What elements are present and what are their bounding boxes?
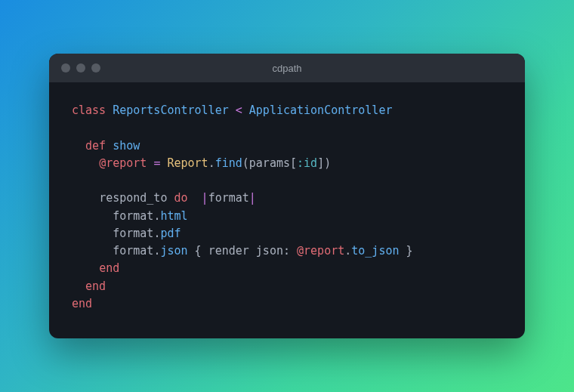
code-area[interactable]: class ReportsController < ApplicationCon…	[49, 82, 525, 338]
identifier: format	[208, 191, 249, 205]
brace-open: {	[195, 244, 202, 258]
code-line: class ReportsController < ApplicationCon…	[72, 103, 392, 117]
keyword-do: do	[174, 191, 187, 205]
zoom-icon[interactable]	[91, 63, 100, 73]
identifier: respond_to	[99, 191, 167, 205]
titlebar: cdpath	[49, 54, 525, 82]
keyword-end: end	[72, 297, 92, 310]
code-line: end	[72, 279, 106, 293]
keyword-class: class	[72, 103, 106, 117]
code-line: end	[72, 297, 92, 310]
method-name: show	[113, 139, 140, 153]
operator-eq: =	[153, 156, 160, 170]
identifier: params	[249, 156, 290, 170]
operator-lt: <	[236, 103, 242, 117]
paren-open: (	[242, 156, 249, 170]
method: find	[215, 156, 242, 170]
identifier: format	[113, 244, 153, 258]
keyword-def: def	[85, 139, 106, 153]
keyword-end: end	[85, 279, 106, 293]
close-icon[interactable]	[61, 63, 70, 73]
code-line: format.html	[72, 209, 188, 223]
brace-close: }	[406, 244, 413, 258]
pipe: |	[249, 191, 256, 205]
paren-close: )	[324, 156, 331, 170]
code-line: format.json { render json: @report.to_js…	[72, 244, 413, 258]
code-line: end	[72, 261, 119, 275]
identifier: format	[113, 227, 153, 240]
method: to_json	[351, 244, 399, 258]
method: html	[160, 209, 187, 223]
identifier: json:	[256, 244, 290, 258]
traffic-lights	[49, 63, 100, 73]
code-line: def show	[72, 139, 140, 153]
classname: ApplicationController	[249, 103, 393, 117]
bracket-close: ]	[317, 156, 324, 170]
symbol: :id	[297, 156, 317, 170]
constant: Report	[167, 156, 208, 170]
identifier: format	[113, 209, 153, 223]
minimize-icon[interactable]	[76, 63, 85, 73]
ivar: @report	[297, 244, 344, 258]
pipe: |	[202, 191, 208, 205]
classname: ReportsController	[113, 103, 229, 117]
method: json	[160, 244, 187, 258]
keyword-end: end	[99, 261, 119, 275]
terminal-window: cdpath class ReportsController < Applica…	[49, 54, 525, 338]
code-line: respond_to do |format|	[72, 191, 256, 205]
window-title: cdpath	[49, 63, 525, 74]
dot: .	[208, 156, 215, 170]
code-line: format.pdf	[72, 227, 181, 240]
ivar: @report	[99, 156, 147, 170]
bracket-open: [	[290, 156, 297, 170]
method: pdf	[160, 227, 181, 240]
identifier: render	[208, 244, 249, 258]
dot: .	[344, 244, 351, 258]
code-line: @report = Report.find(params[:id])	[72, 156, 331, 170]
